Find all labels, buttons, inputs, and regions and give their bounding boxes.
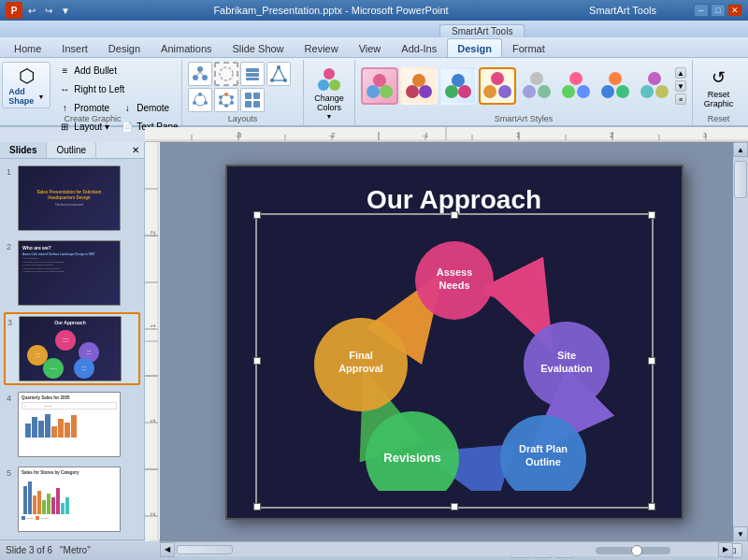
- svg-text:Evaluation: Evaluation: [540, 363, 593, 374]
- horizontal-ruler: // Draw ruler marks via JS after load -3…: [145, 127, 748, 142]
- tab-insert[interactable]: Insert: [51, 38, 98, 57]
- svg-point-44: [523, 85, 536, 98]
- canvas-area: Our Approach: [160, 142, 748, 541]
- svg-point-0: [197, 66, 203, 72]
- style-item-1[interactable]: [361, 67, 398, 105]
- scroll-up-btn[interactable]: ▲: [733, 142, 748, 157]
- tab-review[interactable]: Review: [295, 38, 349, 57]
- right-to-left-btn[interactable]: ↔ Right to Left: [53, 80, 182, 97]
- svg-point-49: [609, 72, 622, 85]
- svg-text:2: 2: [610, 132, 613, 138]
- change-colors-btn[interactable]: ChangeColors ▼: [309, 62, 349, 122]
- handle-ml[interactable]: [253, 357, 261, 365]
- slides-list: 1 Sales Presentation for FabrikamHeadqua…: [0, 159, 144, 539]
- style-item-7[interactable]: [636, 67, 673, 105]
- minimize-btn[interactable]: –: [694, 4, 709, 17]
- svg-point-29: [318, 79, 329, 91]
- redo-btn[interactable]: ↪: [41, 4, 56, 17]
- tab-view[interactable]: View: [349, 38, 392, 57]
- scroll-thumb[interactable]: [734, 161, 747, 198]
- svg-point-22: [219, 95, 223, 99]
- svg-text:-1: -1: [150, 324, 156, 330]
- svg-point-16: [193, 101, 196, 105]
- scroll-down-btn[interactable]: ▼: [733, 526, 748, 541]
- style-item-2[interactable]: [400, 67, 438, 105]
- styles-more[interactable]: ≡: [675, 93, 686, 105]
- slide-item-5[interactable]: 5 Sales for Stores by Category: [4, 464, 140, 535]
- slide-title: Our Approach: [227, 166, 682, 215]
- smartart-styles-label: SmartArt Styles: [355, 114, 692, 123]
- slide-canvas[interactable]: Our Approach: [225, 165, 683, 520]
- svg-point-21: [224, 104, 228, 108]
- style-item-4[interactable]: [518, 67, 555, 105]
- slide-number-5: 5: [7, 467, 14, 478]
- svg-point-12: [270, 79, 274, 82]
- svg-point-54: [655, 85, 669, 98]
- svg-text:Approval: Approval: [338, 363, 383, 374]
- smartart-diagram[interactable]: Assess Needs Site Evaluation Draft Plan …: [267, 229, 641, 510]
- handle-br[interactable]: [648, 503, 655, 510]
- style-item-6[interactable]: [597, 67, 634, 105]
- app-icon: P: [6, 2, 22, 19]
- layout-item-6[interactable]: [214, 88, 238, 112]
- tab-home[interactable]: Home: [4, 38, 51, 57]
- tab-format[interactable]: Format: [502, 38, 555, 57]
- svg-point-47: [562, 85, 575, 98]
- layout-item-7[interactable]: [240, 88, 265, 112]
- slide-thumb-1: Sales Presentation for FabrikamHeadquart…: [18, 165, 121, 231]
- hscroll-left-btn[interactable]: ◀: [160, 542, 175, 557]
- slide-number-3: 3: [7, 316, 15, 327]
- handle-tl[interactable]: [253, 211, 261, 219]
- reset-group: ↺ ResetGraphic Reset: [693, 60, 744, 125]
- undo-btn[interactable]: ↩: [24, 4, 39, 17]
- svg-text:1: 1: [150, 419, 156, 423]
- reset-graphic-icon: ↺: [705, 65, 731, 91]
- slide-item-2[interactable]: 2 Who are we? Aaron Cole started Caribou…: [4, 237, 140, 309]
- styles-scroll-down[interactable]: ▼: [675, 80, 686, 92]
- style-item-5[interactable]: [557, 67, 595, 105]
- tab-slideshow[interactable]: Slide Show: [223, 38, 295, 57]
- add-bullet-icon: ≡: [58, 64, 71, 77]
- tab-animations[interactable]: Animations: [151, 38, 222, 57]
- styles-scroll-up[interactable]: ▲: [675, 67, 686, 79]
- svg-point-46: [569, 72, 583, 85]
- svg-point-2: [202, 75, 208, 80]
- svg-text:-2: -2: [329, 132, 335, 138]
- reset-graphic-btn[interactable]: ↺ ResetGraphic: [699, 62, 739, 112]
- qa-dropdown[interactable]: ▼: [58, 4, 73, 17]
- slide-item-3[interactable]: 3 Our Approach AssessNeeds SiteEval Draf…: [4, 312, 140, 385]
- ribbon: ⬡ Add Shape ▼ ≡ Add Bullet ↔ Right to Le…: [0, 58, 748, 127]
- handle-mr[interactable]: [648, 357, 655, 365]
- slide-item-4[interactable]: 4 Quarterly Sales for 2005 Q Val1 Val2: [4, 389, 140, 460]
- svg-point-39: [458, 85, 471, 98]
- hscroll-right-btn[interactable]: ▶: [718, 542, 733, 557]
- svg-point-51: [616, 85, 629, 98]
- tab-smartart-design[interactable]: Design: [447, 38, 502, 57]
- layout-item-5[interactable]: [188, 88, 212, 112]
- slide-item-1[interactable]: 1 Sales Presentation for FabrikamHeadqua…: [4, 163, 140, 234]
- tab-design[interactable]: Design: [98, 38, 151, 57]
- style-item-active[interactable]: [479, 67, 516, 105]
- layout-item-3[interactable]: [240, 62, 265, 86]
- svg-point-34: [412, 74, 425, 87]
- svg-line-4: [200, 72, 203, 75]
- layout-item-4[interactable]: [266, 62, 291, 86]
- slide-number-1: 1: [7, 165, 14, 177]
- handle-bl[interactable]: [253, 503, 261, 510]
- close-btn[interactable]: ✕: [727, 4, 742, 17]
- style-item-3[interactable]: [439, 67, 477, 105]
- zoom-handle[interactable]: [631, 545, 642, 556]
- create-graphic-group: ⬡ Add Shape ▼ ≡ Add Bullet ↔ Right to Le…: [4, 60, 182, 125]
- hscroll-thumb[interactable]: [177, 545, 233, 554]
- tab-addins[interactable]: Add-Ins: [391, 38, 447, 57]
- add-shape-btn[interactable]: ⬡ Add Shape ▼: [2, 62, 50, 108]
- demote-icon: ↓: [121, 101, 134, 114]
- zoom-slider[interactable]: [596, 547, 670, 554]
- handle-tr[interactable]: [648, 211, 655, 219]
- handle-tc[interactable]: [451, 211, 458, 219]
- maximize-btn[interactable]: □: [711, 4, 726, 17]
- slide-thumb-2: Who are we? Aaron Cole started Caribou L…: [18, 240, 121, 306]
- layout-item-2[interactable]: [214, 62, 238, 86]
- layout-item-1[interactable]: [188, 62, 212, 86]
- add-bullet-btn[interactable]: ≡ Add Bullet: [53, 62, 182, 79]
